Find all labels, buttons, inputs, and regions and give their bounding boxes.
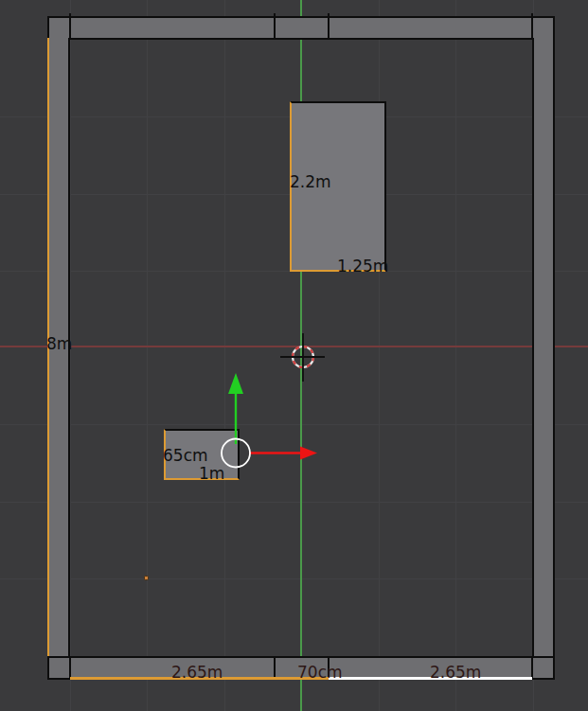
blender-3d-viewport[interactable]: 8m 2.2m 1.25m 65cm 1m 2.65m 70cm 2.65m (0, 0, 588, 711)
edge-length-label: 8m (46, 336, 72, 352)
x-axis-line (0, 346, 588, 347)
wall-top[interactable] (47, 16, 555, 40)
cursor-circle-red (293, 347, 313, 367)
wall-right[interactable] (532, 38, 555, 657)
wall-segment-edge (69, 656, 71, 680)
gizmo-y-arrowhead-icon[interactable] (228, 373, 243, 394)
wall-segment-edge (274, 656, 276, 680)
wall-segment-edge (69, 13, 71, 40)
gizmo-x-arrowhead-icon[interactable] (300, 447, 317, 460)
edge-length-label: 65cm (163, 448, 208, 464)
grid-line (455, 0, 456, 711)
cursor-3d-icon (280, 333, 325, 382)
object-origin-dot[interactable] (144, 576, 150, 581)
wall-segment-edge (531, 656, 533, 680)
grid-line (70, 0, 71, 711)
grid-line (0, 502, 588, 503)
grid-line (0, 578, 588, 579)
edge-length-label: 1m (199, 466, 224, 482)
grid-line (147, 0, 148, 711)
grid-line (224, 0, 225, 711)
wall-segment-edge (328, 13, 330, 40)
cursor-circle-white (293, 347, 313, 367)
edge-length-label: 70cm (297, 665, 343, 681)
edge-length-label: 2.65m (430, 665, 481, 681)
wall-segment-edge (531, 13, 533, 40)
edge-length-label: 1.25m (337, 258, 388, 275)
edge-length-label: 2.2m (290, 174, 331, 190)
wall-segment-edge (274, 13, 276, 40)
edge-length-label: 2.65m (171, 665, 223, 681)
grid-line (0, 424, 588, 425)
